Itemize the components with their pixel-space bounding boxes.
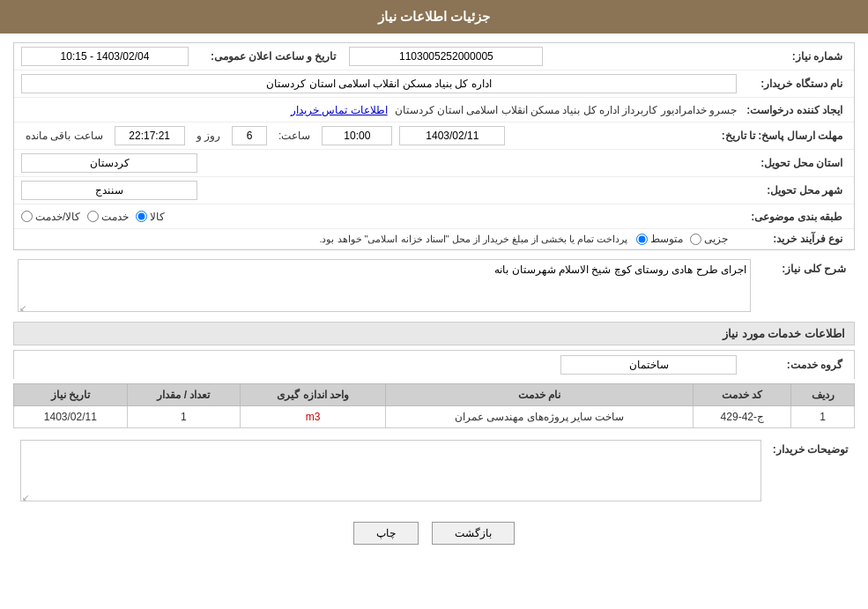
general-desc-textarea[interactable]	[18, 259, 751, 312]
col-name: نام خدمت	[385, 384, 693, 406]
subject-kala-label: کالا	[150, 211, 165, 223]
delivery-city-label: شهر محل تحویل:	[737, 184, 842, 197]
print-button[interactable]: چاپ	[353, 522, 419, 545]
general-desc-wrapper: ↙	[18, 259, 751, 315]
purchase-note: پرداخت تمام یا بخشی از مبلغ خریدار از مح…	[319, 234, 627, 245]
date-field[interactable]	[399, 126, 505, 145]
subject-radio-kala[interactable]	[136, 211, 147, 222]
cell-unit: m3	[241, 406, 386, 428]
buyer-desc-label: توضیحات خریدار:	[768, 440, 848, 456]
subject-kala-khedmat[interactable]: کالا/خدمت	[21, 211, 80, 223]
page-title: جزئیات اطلاعات نیاز	[0, 0, 868, 33]
resize-icon: ↙	[19, 303, 26, 313]
need-number-label: شماره نیاز:	[737, 50, 842, 63]
service-group-row: گروه خدمت:	[13, 350, 855, 379]
delivery-city-field[interactable]	[21, 181, 197, 200]
announcement-date-field[interactable]	[21, 47, 189, 66]
subject-khedmat[interactable]: خدمت	[87, 211, 129, 223]
services-info-title: اطلاعات خدمات مورد نیاز	[13, 322, 855, 345]
buyer-org-label: نام دستگاه خریدار:	[737, 78, 842, 90]
back-button[interactable]: بازگشت	[432, 522, 515, 545]
purchase-motavasset[interactable]: متوسط	[636, 233, 683, 245]
need-number-field[interactable]	[349, 47, 543, 66]
response-deadline-label: مهلت ارسال پاسخ: تا تاریخ:	[722, 130, 842, 142]
buyer-desc-textarea[interactable]	[20, 440, 761, 501]
creator-label: ایجاد کننده درخواست:	[737, 104, 842, 116]
cell-row: 1	[791, 406, 855, 428]
col-unit: واحد اندازه گیری	[241, 384, 386, 406]
delivery-city-row: شهر محل تحویل:	[14, 177, 854, 204]
services-table: ردیف کد خدمت نام خدمت واحد اندازه گیری ت…	[13, 383, 855, 428]
service-group-field[interactable]	[560, 355, 737, 375]
creator-row: ایجاد کننده درخواست: اطلاعات تماس خریدار…	[14, 98, 854, 123]
cell-name: ساخت سایر پروژه‌های مهندسی عمران	[385, 406, 693, 428]
purchase-motavasset-label: متوسط	[650, 233, 683, 245]
remaining-time-field[interactable]	[115, 126, 185, 145]
creator-contact-link[interactable]: اطلاعات تماس خریدار	[291, 104, 388, 116]
remaining-label: ساعت باقی مانده	[26, 130, 103, 142]
buyer-desc-wrapper: ↙	[20, 440, 761, 504]
purchase-jozii-label: جزیی	[704, 233, 728, 245]
buyer-resize-icon: ↙	[22, 493, 29, 502]
purchase-type-row: نوع فرآیند خرید: متوسط جزیی پرداخت تمام …	[14, 229, 854, 249]
subject-khedmat-label: خدمت	[101, 211, 129, 223]
days-field[interactable]	[232, 126, 267, 145]
col-quantity: تعداد / مقدار	[127, 384, 241, 406]
time-label: ساعت:	[278, 130, 310, 142]
purchase-radio-motavasset[interactable]	[636, 234, 648, 245]
general-desc-label: شرح کلی نیاز:	[758, 259, 846, 275]
response-deadline-row: مهلت ارسال پاسخ: تا تاریخ: ساعت باقی مان…	[14, 123, 854, 150]
col-date: تاریخ نیاز	[14, 384, 128, 406]
buttons-row: بازگشت چاپ	[13, 509, 855, 558]
general-desc-section: شرح کلی نیاز: ↙	[13, 259, 855, 315]
info-section: شماره نیاز: تاریخ و ساعت اعلان عمومی: نا…	[13, 42, 855, 250]
cell-quantity: 1	[127, 406, 241, 428]
cell-date: 1403/02/11	[14, 406, 128, 428]
subject-radio-kala-khedmat[interactable]	[21, 211, 33, 222]
creator-value: جسرو خدامرادیور کاربرداز اداره کل بنیاد …	[395, 104, 737, 116]
cell-code: ج-42-429	[694, 406, 791, 428]
delivery-province-row: استان محل تحویل:	[14, 150, 854, 177]
subject-radio-khedmat[interactable]	[87, 211, 99, 222]
subject-type-row: طبقه بندی موضوعی: کالا/خدمت خدمت کالا	[14, 204, 854, 229]
service-group-label: گروه خدمت:	[737, 359, 842, 371]
delivery-province-label: استان محل تحویل:	[737, 157, 842, 169]
announcement-label: تاریخ و ساعت اعلان عمومی:	[211, 50, 336, 63]
purchase-jozii[interactable]: جزیی	[690, 233, 728, 245]
table-row: 1 ج-42-429 ساخت سایر پروژه‌های مهندسی عم…	[14, 406, 855, 428]
col-code: کد خدمت	[694, 384, 791, 406]
subject-kala-khedmat-label: کالا/خدمت	[35, 211, 80, 223]
delivery-province-field[interactable]	[21, 153, 197, 173]
subject-kala[interactable]: کالا	[136, 211, 165, 223]
buyer-org-row: نام دستگاه خریدار:	[14, 71, 854, 98]
need-number-row: شماره نیاز: تاریخ و ساعت اعلان عمومی:	[14, 43, 854, 71]
day-label: روز و	[197, 130, 220, 142]
purchase-type-label: نوع فرآیند خرید:	[737, 233, 842, 245]
time-field[interactable]	[322, 126, 392, 145]
subject-type-label: طبقه بندی موضوعی:	[737, 211, 842, 223]
purchase-radio-jozii[interactable]	[690, 234, 701, 245]
buyer-org-field[interactable]	[21, 74, 737, 93]
buyer-desc-section: توضیحات خریدار: ↙	[13, 435, 855, 509]
col-row: ردیف	[791, 384, 855, 406]
